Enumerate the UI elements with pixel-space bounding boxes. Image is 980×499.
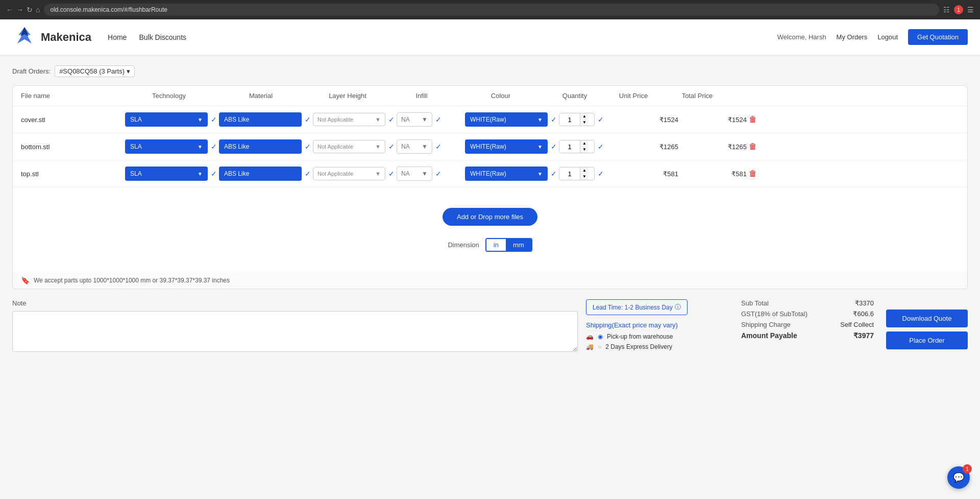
- layer-height-dropdown-0[interactable]: Not Applicable ▼: [313, 113, 385, 126]
- download-quote-button[interactable]: Download Quote: [886, 310, 968, 327]
- infill-dropdown-1[interactable]: NA ▼: [397, 139, 432, 154]
- draft-order-selector[interactable]: #SQ08CQ58 (3 Parts) ▾: [55, 65, 135, 77]
- logo-area: Makenica: [12, 25, 91, 50]
- material-dropdown-2[interactable]: ABS Like: [219, 167, 302, 181]
- table-row: top.stl SLA ▼ ✓ ABS Like ✓ Not Applicabl…: [13, 160, 967, 187]
- chevron-down-icon: ▼: [198, 144, 203, 150]
- chevron-down-icon: ▼: [375, 144, 381, 150]
- infill-dropdown-2[interactable]: NA ▼: [397, 167, 432, 181]
- radio-unselected-icon: ○: [598, 343, 601, 350]
- dimension-in-button[interactable]: in: [486, 239, 506, 251]
- total-price-1: ₹1265: [680, 143, 747, 151]
- material-check-icon-0: ✓: [305, 115, 311, 124]
- infill-dropdown-0[interactable]: NA ▼: [397, 112, 432, 127]
- layer-height-check-icon-2: ✓: [388, 170, 395, 178]
- infill-cell-0: NA ▼ ✓: [397, 112, 463, 127]
- amount-payable-label: Amount Payable: [741, 331, 797, 340]
- technology-cell-2: SLA ▼ ✓: [125, 167, 217, 181]
- material-dropdown-0[interactable]: ABS Like: [219, 112, 302, 127]
- logo-text: Makenica: [41, 31, 91, 44]
- layer-height-cell-1: Not Applicable ▼ ✓: [313, 140, 395, 153]
- material-dropdown-1[interactable]: ABS Like: [219, 139, 302, 154]
- back-button[interactable]: ←: [6, 6, 13, 14]
- technology-dropdown-2[interactable]: SLA ▼: [125, 167, 208, 181]
- summary-total-row: Amount Payable ₹3977: [741, 331, 874, 340]
- quantity-input-1[interactable]: [559, 141, 580, 153]
- nav-links: Home Bulk Discounts: [108, 33, 186, 41]
- delete-button-2[interactable]: 🗑: [749, 169, 757, 178]
- quantity-input-2[interactable]: [559, 168, 580, 180]
- chevron-down-icon: ▼: [198, 171, 203, 177]
- chevron-down-icon: ▼: [537, 117, 543, 123]
- layer-height-dropdown-2[interactable]: Not Applicable ▼: [313, 167, 385, 180]
- refresh-button[interactable]: ↻: [27, 6, 33, 14]
- dimension-mm-button[interactable]: mm: [506, 239, 531, 251]
- gst-value: ₹606.6: [853, 310, 874, 318]
- technology-dropdown-0[interactable]: SLA ▼: [125, 112, 208, 127]
- colour-dropdown-2[interactable]: WHITE(Raw) ▼: [465, 167, 548, 181]
- note-section: Note: [12, 299, 578, 353]
- technology-dropdown-1[interactable]: SLA ▼: [125, 139, 208, 154]
- quantity-down-2[interactable]: ▼: [580, 174, 589, 180]
- quantity-arrows-2: ▲ ▼: [580, 168, 589, 180]
- layer-height-cell-0: Not Applicable ▼ ✓: [313, 113, 395, 126]
- table-row: cover.stl SLA ▼ ✓ ABS Like ✓ Not Applica…: [13, 106, 967, 133]
- quantity-control-1[interactable]: ▲ ▼: [559, 140, 595, 153]
- extensions-icon: ☷: [943, 6, 950, 14]
- table-row: bottom.stl SLA ▼ ✓ ABS Like ✓ Not Applic…: [13, 133, 967, 160]
- nav-home[interactable]: Home: [108, 33, 127, 41]
- home-button[interactable]: ⌂: [36, 6, 40, 14]
- place-order-button[interactable]: Place Order: [886, 331, 968, 349]
- nav-bulk-discounts[interactable]: Bulk Discounts: [139, 33, 186, 41]
- quantity-control-2[interactable]: ▲ ▼: [559, 167, 595, 180]
- info-circle-icon: ⓘ: [675, 303, 681, 312]
- header-unit-price: Unit Price: [603, 92, 664, 100]
- bottom-right: Lead Time: 1-2 Business Day ⓘ Shipping(E…: [586, 299, 968, 353]
- url-bar[interactable]: [44, 4, 939, 16]
- quantity-down-0[interactable]: ▼: [580, 120, 589, 126]
- dimension-row: Dimension in mm: [448, 238, 532, 252]
- summary-subtotal-row: Sub Total ₹3370: [741, 299, 874, 307]
- colour-dropdown-1[interactable]: WHITE(Raw) ▼: [465, 139, 548, 154]
- quantity-up-1[interactable]: ▲: [580, 140, 589, 147]
- shipping-option-label-0: Pick-up from warehouse: [607, 333, 673, 340]
- forward-button[interactable]: →: [16, 6, 23, 14]
- shipping-option-label-1: 2 Days Express Delivery: [605, 343, 672, 350]
- my-orders-link[interactable]: My Orders: [837, 33, 868, 41]
- table-header: File name Technology Material Layer Heig…: [13, 86, 967, 106]
- main-card: File name Technology Material Layer Heig…: [12, 85, 968, 289]
- material-check-icon-2: ✓: [305, 170, 311, 178]
- layer-height-dropdown-1[interactable]: Not Applicable ▼: [313, 140, 385, 153]
- quantity-down-1[interactable]: ▼: [580, 147, 589, 153]
- quantity-control-0[interactable]: ▲ ▼: [559, 113, 595, 126]
- note-input[interactable]: [12, 311, 578, 352]
- get-quotation-button[interactable]: Get Quotation: [908, 29, 968, 45]
- quantity-arrows-0: ▲ ▼: [580, 113, 589, 126]
- quantity-cell-1: ▲ ▼ ✓: [559, 140, 615, 153]
- truck-icon: 🚚: [586, 343, 594, 350]
- add-drop-button[interactable]: Add or Drop more files: [443, 208, 537, 226]
- quantity-up-0[interactable]: ▲: [580, 113, 589, 120]
- technology-cell-0: SLA ▼ ✓: [125, 112, 217, 127]
- logout-link[interactable]: Logout: [877, 33, 898, 41]
- delete-button-1[interactable]: 🗑: [749, 142, 757, 151]
- logo-icon: [12, 25, 37, 50]
- colour-check-icon-2: ✓: [551, 170, 557, 178]
- amount-payable-value: ₹3977: [853, 331, 874, 340]
- quantity-check-icon-0: ✓: [598, 115, 604, 124]
- chevron-down-icon: ▼: [375, 116, 381, 123]
- welcome-text: Welcome, Harsh: [777, 33, 826, 41]
- warehouse-icon: 🚗: [586, 333, 594, 340]
- quantity-input-0[interactable]: [559, 114, 580, 126]
- browser-icons: ☷ 1 ☰: [943, 5, 974, 14]
- delete-button-0[interactable]: 🗑: [749, 115, 757, 124]
- chevron-down-icon: ▼: [422, 143, 428, 150]
- quantity-up-2[interactable]: ▲: [580, 168, 589, 174]
- infill-check-icon-1: ✓: [435, 142, 442, 151]
- layer-height-check-icon-1: ✓: [388, 142, 395, 151]
- subtotal-value: ₹3370: [855, 299, 874, 307]
- menu-icon: ☰: [967, 6, 974, 14]
- unit-price-2: ₹581: [617, 170, 678, 178]
- colour-dropdown-0[interactable]: WHITE(Raw) ▼: [465, 112, 548, 127]
- subtotal-label: Sub Total: [741, 299, 769, 307]
